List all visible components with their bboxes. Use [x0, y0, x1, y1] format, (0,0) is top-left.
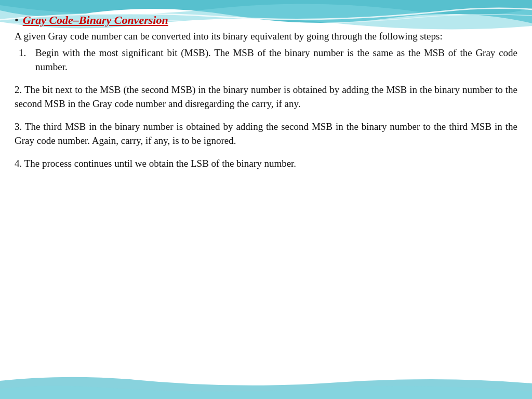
- wave-bottom-decoration: [0, 373, 532, 399]
- step-1-text: Begin with the most significant bit (MSB…: [35, 46, 517, 74]
- intro-paragraph: A given Gray code number can be converte…: [15, 29, 517, 44]
- bullet-point: •: [15, 15, 19, 26]
- paragraph-4-text: The process continues until we obtain th…: [24, 158, 296, 169]
- paragraph-3-number: 3.: [15, 121, 22, 132]
- paragraph-3-text: The third MSB in the binary number is ob…: [15, 121, 517, 147]
- step-1-number: 1.: [19, 46, 35, 60]
- paragraph-4: 4. The process continues until we obtain…: [15, 156, 517, 171]
- step-1: 1. Begin with the most significant bit (…: [19, 46, 517, 74]
- main-content: • Gray Code–Binary Conversion A given Gr…: [0, 4, 532, 181]
- paragraph-2-number: 2.: [15, 84, 22, 95]
- paragraph-4-number: 4.: [15, 158, 22, 169]
- paragraph-2: 2. The bit next to the MSB (the second M…: [15, 83, 517, 111]
- paragraph-2-text: The bit next to the MSB (the second MSB)…: [15, 84, 517, 110]
- title-line: • Gray Code–Binary Conversion: [15, 14, 517, 27]
- slide-title: Gray Code–Binary Conversion: [23, 14, 168, 27]
- slide: • Gray Code–Binary Conversion A given Gr…: [0, 0, 532, 399]
- paragraph-3: 3. The third MSB in the binary number is…: [15, 119, 517, 148]
- steps-list: 1. Begin with the most significant bit (…: [19, 46, 517, 74]
